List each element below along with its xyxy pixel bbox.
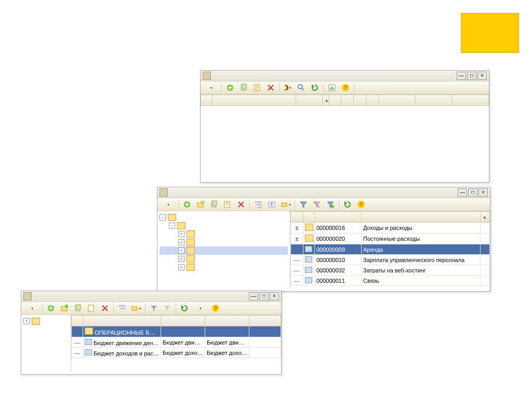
table-row[interactable]: —000000032Затраты на веб-хостинг (291, 265, 490, 276)
hierarchy-icon[interactable] (252, 199, 264, 210)
tree-node[interactable]: + (159, 230, 288, 238)
caption-fin-analysis (332, 318, 447, 335)
filter-set-icon[interactable] (324, 199, 337, 210)
hierarchy-icon[interactable] (116, 303, 128, 313)
copy-icon[interactable] (208, 199, 220, 210)
svg-rect-6 (289, 87, 291, 89)
window-chart-of-accounts: — □ × ? ▲ (200, 70, 489, 183)
add-icon[interactable] (181, 199, 193, 210)
svg-rect-10 (331, 86, 332, 90)
maximize-button[interactable]: □ (259, 292, 269, 300)
toolbar: ? (157, 198, 490, 211)
refresh-icon[interactable] (309, 83, 321, 93)
svg-rect-22 (258, 207, 262, 208)
tree-node[interactable]: + (159, 238, 288, 246)
filter-off-icon[interactable] (311, 199, 323, 210)
table-row[interactable]: ±000000020Постоянные расходы (291, 234, 490, 244)
table-row[interactable]: —000000011Связь (291, 276, 490, 286)
window-turnover-items: — □ × ? − − + + + + (157, 187, 490, 292)
tree-root[interactable]: − (159, 213, 288, 222)
accounts-grid[interactable]: ▲ (201, 94, 489, 106)
tree-root[interactable]: + (23, 317, 69, 325)
move-icon[interactable] (279, 199, 292, 210)
titlebar[interactable]: — □ × (21, 291, 281, 302)
logo-1c (461, 13, 519, 53)
titlebar[interactable]: — □ × (201, 71, 489, 81)
svg-rect-32 (76, 305, 81, 310)
tree-node[interactable]: + (159, 255, 288, 263)
slide-subtitle (28, 32, 44, 54)
svg-rect-9 (330, 88, 331, 90)
refresh-icon[interactable] (341, 199, 354, 210)
svg-text:?: ? (214, 305, 218, 311)
tree-node-selected[interactable]: + (159, 246, 288, 255)
edit-icon[interactable] (221, 199, 234, 210)
close-button[interactable]: × (477, 72, 487, 80)
goto-journal-link[interactable] (356, 83, 373, 93)
edit-icon[interactable] (251, 83, 263, 93)
table-row[interactable]: ± ОПЕРАЦИОННЫЕ БЮДЖЕТЫ (72, 326, 281, 337)
svg-rect-33 (88, 305, 94, 311)
table-row[interactable]: —000000010Зарплата управленческого персо… (291, 255, 490, 265)
table-row[interactable]: — Бюджет движения денежных сред...Бюджет… (72, 337, 281, 348)
table-row[interactable]: —000000009Аренда (291, 244, 490, 255)
window-icon (203, 72, 211, 80)
table-row[interactable]: ±000000016Доходы и расходы (291, 223, 490, 234)
maximize-button[interactable]: □ (467, 72, 476, 80)
actions-menu[interactable] (203, 83, 219, 93)
budgets-grid[interactable]: ± ОПЕРАЦИОННЫЕ БЮДЖЕТЫ— Бюджет движения … (71, 315, 281, 358)
add-icon[interactable] (45, 303, 57, 313)
actions-menu[interactable] (159, 199, 176, 210)
minimize-button[interactable]: — (458, 188, 467, 197)
filter-off-icon[interactable] (161, 303, 174, 313)
caption-sources (312, 353, 462, 373)
turnover-grid[interactable]: ▲ ±000000016Доходы и расходы±000000020По… (290, 211, 490, 286)
level-up-icon[interactable] (265, 199, 278, 210)
delete-icon[interactable] (99, 303, 111, 313)
find-icon[interactable] (295, 83, 308, 93)
svg-rect-18 (212, 201, 217, 206)
tree-node[interactable]: − (159, 222, 288, 230)
help-icon[interactable]: ? (339, 83, 352, 93)
svg-text:?: ? (360, 201, 363, 208)
minimize-button[interactable]: — (457, 72, 466, 80)
move-icon[interactable] (129, 303, 143, 313)
help-icon[interactable]: ? (209, 303, 222, 313)
close-button[interactable]: × (270, 292, 279, 300)
add-icon[interactable] (224, 83, 236, 93)
window-icon (159, 188, 168, 197)
tree-node[interactable]: + (159, 263, 288, 271)
svg-rect-5 (285, 89, 287, 91)
caption-plan-schetov (56, 103, 160, 112)
svg-rect-35 (120, 308, 126, 309)
budgets-tree[interactable]: + (21, 315, 71, 327)
close-button[interactable]: × (478, 188, 488, 197)
add-group-icon[interactable] (58, 303, 71, 313)
delete-icon[interactable] (264, 83, 277, 93)
svg-rect-4 (285, 85, 287, 87)
edit-icon[interactable] (85, 303, 98, 313)
titlebar[interactable]: — □ × (157, 187, 490, 198)
caption-stati-oborotov (78, 218, 145, 236)
svg-rect-36 (132, 307, 137, 310)
svg-rect-24 (282, 203, 287, 207)
svg-rect-11 (333, 88, 334, 90)
minimize-button[interactable]: — (249, 292, 258, 300)
report-icon[interactable] (326, 83, 338, 93)
table-row[interactable]: — Бюджет доходов и расходовБюджет доходо… (72, 348, 281, 358)
tree-icon[interactable] (282, 83, 294, 93)
filter-icon[interactable] (148, 303, 160, 313)
help-icon[interactable]: ? (355, 199, 367, 210)
add-group-icon[interactable] (194, 199, 207, 210)
copy-icon[interactable] (72, 303, 84, 313)
filter-icon[interactable] (297, 199, 310, 210)
maximize-button[interactable]: □ (468, 188, 477, 197)
window-budgets: — □ × ? + ± ОПЕРА (21, 291, 282, 375)
copy-icon[interactable] (237, 83, 250, 93)
actions-menu[interactable] (23, 303, 40, 313)
refresh-icon[interactable] (178, 303, 191, 313)
svg-rect-21 (256, 204, 262, 205)
turnover-tree[interactable]: − − + + + + + (157, 211, 290, 273)
goto-menu[interactable] (192, 303, 208, 313)
delete-icon[interactable] (235, 199, 247, 210)
